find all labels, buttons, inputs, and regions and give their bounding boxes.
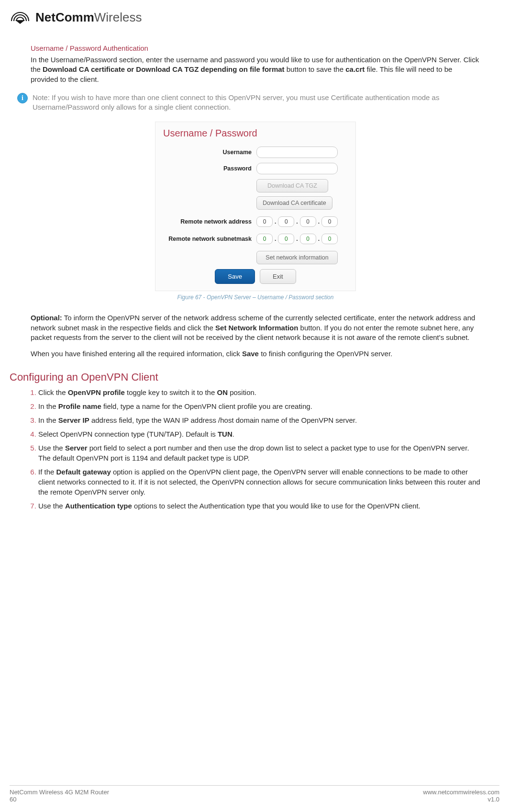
download-ca-tgz-button[interactable]: Download CA TGZ [256, 179, 328, 192]
note-text: Note: If you wish to have more than one … [33, 93, 480, 113]
set-network-button[interactable]: Set network information [256, 251, 338, 264]
brand-logo: NetCommWireless [10, 10, 480, 25]
list-item: In the Profile name field, type a name f… [38, 401, 480, 411]
list-item: Click the OpenVPN profile toggle key to … [38, 387, 480, 397]
password-input[interactable] [256, 163, 338, 174]
info-icon: i [17, 93, 28, 103]
remote-addr-label: Remote network address [163, 218, 252, 225]
footer-product: NetComm Wireless 4G M2M Router [10, 789, 109, 796]
note-callout: i Note: If you wish to have more than on… [17, 93, 480, 113]
list-item: In the Server IP address field, type the… [38, 415, 480, 425]
logo-icon [10, 10, 31, 25]
remote-addr-input[interactable]: 0. 0. 0. 0 [256, 216, 338, 227]
heading-configure-client: Configuring an OpenVPN Client [10, 371, 480, 383]
para-finish: When you have finished entering all the … [31, 349, 480, 359]
username-label: Username [163, 149, 252, 156]
steps-list: Click the OpenVPN profile toggle key to … [29, 387, 480, 511]
panel-title: Username / Password [163, 128, 348, 139]
exit-button[interactable]: Exit [260, 269, 296, 284]
svg-marker-0 [15, 20, 25, 24]
heading-user-pass-auth: Username / Password Authentication [31, 44, 480, 52]
list-item: Select OpenVPN connection type (TUN/TAP)… [38, 429, 480, 439]
page-footer: NetComm Wireless 4G M2M Router 60 www.ne… [10, 785, 499, 803]
list-item: If the Default gateway option is applied… [38, 467, 480, 497]
list-item: Use the Server port field to select a po… [38, 443, 480, 463]
para-intro: In the Username/Password section, enter … [31, 55, 480, 84]
footer-page: 60 [10, 796, 109, 803]
screenshot-panel: Username / Password Username Password Do… [155, 122, 356, 291]
remote-mask-label: Remote network subnetmask [163, 236, 252, 242]
save-button[interactable]: Save [215, 269, 255, 284]
list-item: Use the Authentication type options to s… [38, 501, 480, 511]
para-optional: Optional: To inform the OpenVPN server o… [31, 313, 480, 342]
password-label: Password [163, 165, 252, 172]
footer-version: v1.0 [423, 796, 499, 803]
brand-text: NetCommWireless [35, 10, 142, 25]
figure-caption: Figure 67 - OpenVPN Server – Username / … [177, 294, 334, 301]
remote-mask-input[interactable]: 0. 0. 0. 0 [256, 234, 338, 244]
footer-url: www.netcommwireless.com [423, 789, 499, 796]
username-input[interactable] [256, 147, 338, 158]
download-ca-cert-button[interactable]: Download CA certificate [256, 196, 332, 210]
